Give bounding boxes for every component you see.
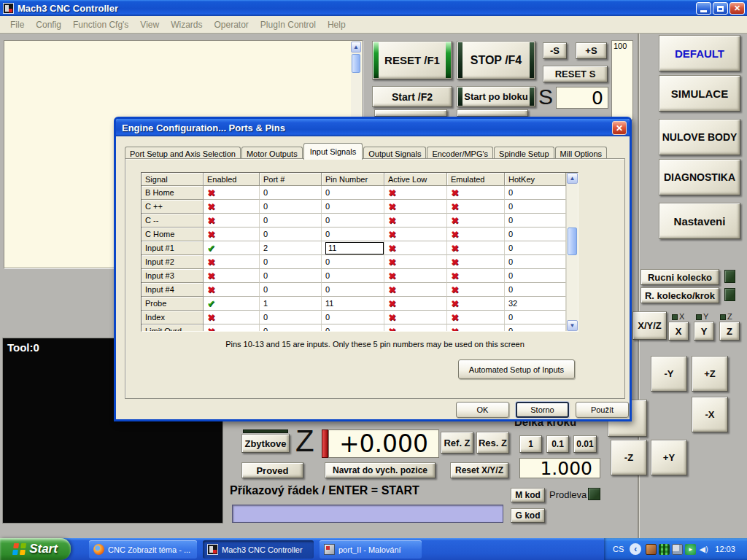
- step-001-button[interactable]: 0.01: [573, 435, 597, 453]
- cell-hotkey[interactable]: 32: [505, 297, 566, 311]
- task-paint[interactable]: port_II - Malování: [320, 540, 422, 559]
- cell-hotkey[interactable]: 0: [505, 200, 566, 214]
- step-1-button[interactable]: 1: [519, 435, 542, 453]
- menu-wizards[interactable]: Wizards: [165, 18, 208, 32]
- minimize-button[interactable]: [696, 2, 711, 15]
- cell-pin[interactable]: 0: [322, 283, 384, 297]
- cell-hotkey[interactable]: 0: [505, 241, 566, 255]
- menu-operator[interactable]: Operator: [209, 18, 255, 32]
- x-select-button[interactable]: X: [668, 322, 689, 341]
- cell-hotkey[interactable]: 0: [505, 283, 566, 297]
- cell-hotkey[interactable]: 0: [505, 269, 566, 283]
- cell-enabled[interactable]: ✖: [204, 255, 260, 269]
- cell-pin[interactable]: 0: [322, 228, 384, 241]
- cell-pin[interactable]: 0: [322, 186, 384, 200]
- cell-port[interactable]: 0: [260, 200, 322, 214]
- tray-chevron-icon[interactable]: ‹: [630, 543, 641, 555]
- cell-emulated[interactable]: ✖: [447, 269, 505, 283]
- tray-network-icon[interactable]: [672, 544, 683, 555]
- cell-active-low[interactable]: ✖: [384, 200, 447, 214]
- restore-button[interactable]: [713, 2, 728, 15]
- cell-active-low[interactable]: ✖: [384, 241, 447, 255]
- cell-port[interactable]: 0: [260, 311, 322, 324]
- cell-port[interactable]: 0: [260, 228, 322, 241]
- cell-emulated[interactable]: ✖: [447, 324, 505, 332]
- cell-port[interactable]: 2: [260, 241, 322, 255]
- cell-enabled[interactable]: ✖: [204, 269, 260, 283]
- reset-button[interactable]: RESET /F1: [372, 41, 452, 79]
- table-scrollbar[interactable]: ▲ ▼: [566, 173, 578, 331]
- cell-enabled[interactable]: ✖: [204, 311, 260, 324]
- cell-pin[interactable]: 11: [322, 297, 384, 311]
- tray-daemon-icon[interactable]: [646, 544, 657, 555]
- start-po-bloku-button[interactable]: Start po bloku: [457, 86, 535, 107]
- cell-pin[interactable]: 11: [322, 241, 384, 255]
- jog-minus-z-button[interactable]: -Z: [611, 440, 647, 475]
- navrat-button[interactable]: Navrat do vych. pozice: [325, 462, 436, 478]
- cell-emulated[interactable]: ✖: [447, 186, 505, 200]
- menu-config[interactable]: Config: [30, 18, 67, 32]
- ok-button[interactable]: OK: [456, 402, 509, 418]
- cell-enabled[interactable]: ✖: [204, 200, 260, 214]
- cell-emulated[interactable]: ✖: [447, 255, 505, 269]
- cell-hotkey[interactable]: 0: [505, 214, 566, 228]
- cell-hotkey[interactable]: 0: [505, 311, 566, 324]
- cell-active-low[interactable]: ✖: [384, 269, 447, 283]
- jog-plus-z-button[interactable]: +Z: [692, 356, 728, 392]
- cell-hotkey[interactable]: 0: [505, 186, 566, 200]
- cell-port[interactable]: 1: [260, 297, 322, 311]
- dialog-close-icon[interactable]: ✕: [612, 121, 627, 135]
- cell-enabled[interactable]: ✖: [204, 228, 260, 241]
- r-kolecko-krok-button[interactable]: R. kolecko/krok: [640, 287, 719, 303]
- cell-active-low[interactable]: ✖: [384, 228, 447, 241]
- step-01-button[interactable]: 0.1: [546, 435, 569, 453]
- task-mach3[interactable]: Mach3 CNC Controller: [203, 540, 314, 559]
- scroll-thumb[interactable]: [352, 54, 360, 73]
- tray-volume-icon[interactable]: ◀): [698, 544, 709, 555]
- rucni-kolecko-button[interactable]: Rucni kolecko: [640, 269, 719, 285]
- scroll-up-icon[interactable]: ▲: [567, 173, 578, 184]
- simulace-button[interactable]: SIMULACE: [659, 75, 740, 112]
- reset-s-button[interactable]: RESET S: [543, 66, 608, 82]
- spindle-override-track[interactable]: 100: [611, 40, 633, 120]
- cell-hotkey[interactable]: 0: [505, 228, 566, 241]
- step-value-field[interactable]: 1.000: [519, 458, 600, 478]
- cell-active-low[interactable]: ✖: [384, 255, 447, 269]
- cell-enabled[interactable]: ✖: [204, 324, 260, 332]
- cell-pin[interactable]: 0: [322, 255, 384, 269]
- xyz-mode-button[interactable]: X/Y/Z: [632, 311, 667, 340]
- cell-pin[interactable]: 0: [322, 311, 384, 324]
- menu-view[interactable]: View: [134, 18, 165, 32]
- cell-port[interactable]: 0: [260, 186, 322, 200]
- cell-emulated[interactable]: ✖: [447, 228, 505, 241]
- start-button[interactable]: Start: [0, 538, 71, 560]
- spindle-speed-field[interactable]: 0: [556, 87, 608, 109]
- jog-minus-x-button[interactable]: -X: [692, 397, 728, 432]
- spindle-minus-button[interactable]: -S: [543, 42, 567, 59]
- dialog-titlebar[interactable]: Engine Configuration... Ports & Pins: [116, 119, 630, 136]
- nulove-body-button[interactable]: NULOVE BODY: [659, 119, 740, 155]
- cell-enabled[interactable]: ✔: [204, 241, 260, 255]
- cell-active-low[interactable]: ✖: [384, 283, 447, 297]
- proved-button[interactable]: Proved: [241, 462, 303, 478]
- cell-pin[interactable]: 0: [322, 200, 384, 214]
- cell-pin[interactable]: 0: [322, 324, 384, 332]
- cell-pin[interactable]: 0: [322, 269, 384, 283]
- cell-pin[interactable]: 0: [322, 214, 384, 228]
- nastaveni-button[interactable]: Nastaveni: [659, 203, 740, 239]
- pouzit-button[interactable]: Použít: [576, 402, 629, 418]
- ref-z-button[interactable]: Ref. Z: [441, 432, 473, 454]
- language-indicator[interactable]: CS: [613, 545, 624, 553]
- scroll-thumb[interactable]: [568, 228, 577, 255]
- stop-button[interactable]: STOP /F4: [457, 41, 535, 79]
- scroll-down-icon[interactable]: ▼: [567, 320, 578, 331]
- menu-file[interactable]: File: [4, 18, 30, 32]
- jog-plus-y-button[interactable]: +Y: [651, 440, 687, 475]
- jog-minus-y-button[interactable]: -Y: [651, 356, 687, 392]
- diagnostika-button[interactable]: DIAGNOSTIKA: [659, 159, 740, 195]
- z-dro-value[interactable]: +0.000: [328, 429, 439, 458]
- menu-help[interactable]: Help: [322, 18, 352, 32]
- task-browser[interactable]: CNC Zobrazit téma - ...: [89, 540, 197, 559]
- cell-emulated[interactable]: ✖: [447, 200, 505, 214]
- cell-active-low[interactable]: ✖: [384, 311, 447, 324]
